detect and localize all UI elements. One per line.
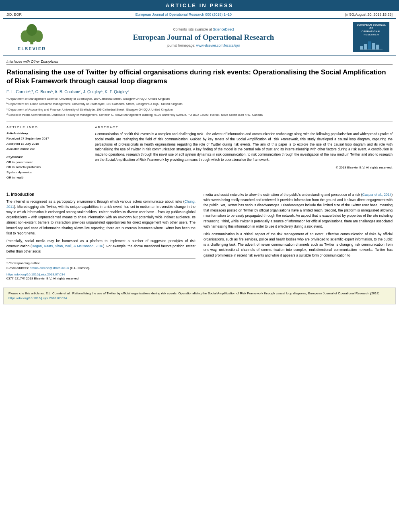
left-col-article-info: ARTICLE INFO Article history: Received 2… xyxy=(6,125,87,184)
email-line: E-mail address: emma.comrie@strath.ac.uk… xyxy=(6,266,195,271)
accepted-date: Accepted 18 July 2018 xyxy=(6,142,87,147)
body-content: 1. Introduction The internet is recognis… xyxy=(6,192,393,281)
affil-a: ᵃ Department of Management Science, Univ… xyxy=(6,97,393,101)
paper-title: Rationalising the use of Twitter by offi… xyxy=(6,68,393,86)
intro-para2: Potentially, social media may be harness… xyxy=(6,238,195,255)
svg-rect-5 xyxy=(360,46,363,49)
citation-text: Please cite this article as: E.L. Comrie… xyxy=(8,292,380,295)
keywords-section: Keywords: OR in government OR in societa… xyxy=(6,155,87,181)
journal-url-link[interactable]: European Journal of Operational Research… xyxy=(135,12,232,16)
journal-main-title: European Journal of Operational Research xyxy=(54,33,353,42)
elsevier-text: ELSEVIER xyxy=(18,46,46,51)
history-label: Article history: xyxy=(6,131,87,135)
doi-link[interactable]: https://doi.org/10.1016/j.ejor.2018.07.0… xyxy=(6,273,65,276)
section-label: Interfaces with Other Disciplines xyxy=(6,60,393,65)
intro-para3: media and social networks to allow the e… xyxy=(204,192,393,229)
affil-d: ᵈ School of Public Administration, Dalho… xyxy=(6,113,393,117)
body-left: 1. Introduction The internet is recognis… xyxy=(6,192,195,281)
contents-line: Contents lists available at ScienceDirec… xyxy=(54,27,353,31)
journal-title-center: Contents lists available at ScienceDirec… xyxy=(54,27,353,47)
elsevier-logo-area: ELSEVIER xyxy=(10,23,54,51)
copyright-line: © 2018 Elsevier B.V. All rights reserved… xyxy=(95,166,393,169)
journal-homepage: journal homepage: www.elsevier.com/locat… xyxy=(54,43,353,47)
affiliations: ᵃ Department of Management Science, Univ… xyxy=(6,97,393,117)
article-history: Article history: Received 27 September 2… xyxy=(6,131,87,152)
jid-label: JID: EOR xyxy=(6,12,22,16)
homepage-link[interactable]: www.elsevier.com/locate/ejor xyxy=(196,43,240,47)
meta-info: [m5G;August 20, 2018;15:25] xyxy=(345,12,393,16)
journal-url[interactable]: European Journal of Operational Research… xyxy=(135,12,232,16)
gaspar-2014-link[interactable]: Gaspar et al., 2014 xyxy=(362,193,392,197)
available-date: Available online xxx xyxy=(6,147,87,152)
affil-b: ᵇ Department of Human Resource Managemen… xyxy=(6,102,393,106)
issn-line: 0377-2217/© 2018 Elsevier B.V. All right… xyxy=(6,276,195,281)
article-in-press-banner: ARTICLE IN PRESS xyxy=(0,0,399,11)
intro-para1: The internet is recognised as a particip… xyxy=(6,199,195,236)
keyword-2: OR in societal problems xyxy=(6,165,87,170)
abstract-header: ABSTRACT xyxy=(95,125,393,129)
citation-box: Please cite this article as: E.L. Comrie… xyxy=(3,288,396,304)
svg-rect-7 xyxy=(368,41,371,49)
email-link[interactable]: emma.comrie@strath.ac.uk xyxy=(30,266,69,270)
svg-rect-9 xyxy=(376,45,379,49)
svg-rect-8 xyxy=(372,43,375,49)
ejor-chart-icon xyxy=(359,38,383,50)
svg-rect-6 xyxy=(364,44,367,49)
elsevier-tree-icon xyxy=(16,23,48,45)
citation-doi-link[interactable]: https://doi.org/10.1016/j.ejor.2018.07.0… xyxy=(8,296,67,300)
keyword-1: OR in government xyxy=(6,160,87,165)
authors: E. L. Comrieᵃ,*, C. Burnsᵇ, A. B. Coulso… xyxy=(6,90,393,94)
chung-2011-link[interactable]: Chung, 2011 xyxy=(6,199,195,209)
elsevier-logo: ELSEVIER xyxy=(10,23,54,51)
article-info-abstract: ARTICLE INFO Article history: Received 2… xyxy=(6,121,393,184)
svg-point-4 xyxy=(27,24,37,36)
top-bar: JID: EOR European Journal of Operational… xyxy=(0,11,399,18)
body-right: media and social networks to allow the e… xyxy=(204,192,393,281)
right-col-abstract: ABSTRACT Communication of health risk ev… xyxy=(95,125,393,184)
journal-header: ELSEVIER Contents lists available at Sci… xyxy=(3,18,396,56)
main-content: Interfaces with Other Disciplines Ration… xyxy=(0,56,399,284)
received-date: Received 27 September 2017 xyxy=(6,136,87,142)
regan-2016-link[interactable]: Regan, Raats, Shan, Wall, & McConnon, 20… xyxy=(32,244,103,248)
intro-heading: 1. Introduction xyxy=(6,192,195,197)
corresponding-author: * Corresponding author. xyxy=(6,261,195,266)
intro-para4: Risk communication is a critical aspect … xyxy=(204,232,393,258)
section-divider xyxy=(6,188,393,188)
affil-c: ᶜ Department of Accounting and Finance, … xyxy=(6,107,393,112)
abstract-text: Communication of health risk events is a… xyxy=(95,131,393,162)
sciencedirect-link[interactable]: ScienceDirect xyxy=(213,27,234,31)
keyword-4: OR in health xyxy=(6,175,87,181)
ejor-logo-box: EUROPEAN JOURNAL OFOPERATIONALRESEARCH xyxy=(353,22,389,52)
keywords-label: Keywords: xyxy=(6,155,87,159)
keyword-3: System dynamics xyxy=(6,170,87,175)
article-info-header: ARTICLE INFO xyxy=(6,125,87,129)
footnote-area: * Corresponding author. E-mail address: … xyxy=(6,258,195,281)
